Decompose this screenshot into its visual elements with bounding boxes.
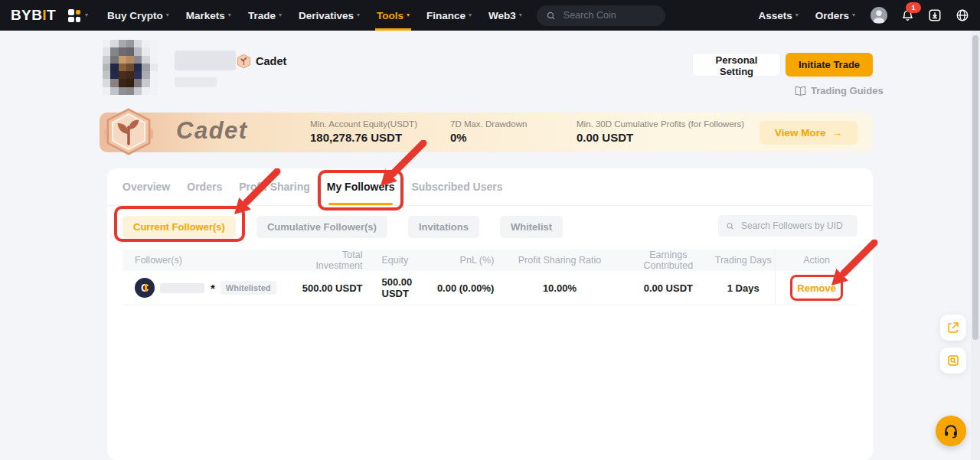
tab-overview[interactable]: Overview: [122, 168, 170, 205]
whitelisted-tag: Whitelisted: [220, 281, 276, 295]
column-header-follower-s: Follower(s): [122, 255, 295, 266]
tab-orders[interactable]: Orders: [187, 168, 222, 205]
top-navbar: BYBIT ▾ Buy Crypto▾Markets▾Trade▾Derivat…: [0, 0, 980, 31]
chevron-down-icon: ▾: [279, 12, 282, 18]
tab-profit-sharing[interactable]: Profit Sharing: [239, 168, 310, 205]
chevron-down-icon: ▾: [166, 12, 169, 18]
globe-icon: [956, 8, 969, 22]
cadet-badge: Cadet: [236, 54, 286, 69]
cadet-level-banner: Cadet Min. Account Equity(USDT)180,278.7…: [100, 113, 873, 152]
column-header-pnl: PnL (%): [430, 255, 494, 266]
notifications-button[interactable]: 1: [901, 8, 914, 22]
preview-floating-button[interactable]: [940, 347, 966, 374]
tabs-row: OverviewOrdersProfit SharingMy Followers…: [107, 168, 873, 206]
external-link-icon: [947, 321, 959, 334]
cadet-hexagon-icon: [236, 54, 252, 69]
subtab-invitations[interactable]: Invitations: [408, 216, 479, 238]
support-chat-button[interactable]: [936, 416, 966, 446]
nav-item-buy-crypto[interactable]: Buy Crypto▾: [99, 0, 178, 31]
favorite-star: *: [211, 282, 215, 295]
chevron-down-icon: ▾: [852, 12, 855, 18]
download-icon: [928, 8, 942, 22]
chevron-down-icon: ▾: [407, 12, 410, 18]
banner-stat-7d-max-drawdown: 7D Max. Drawdown0%: [450, 119, 527, 144]
arrow-right-icon: →: [832, 127, 843, 139]
doc-search-icon: [947, 354, 959, 367]
search-icon: [546, 11, 556, 21]
search-icon: [726, 221, 734, 231]
logo-text-2: T: [47, 7, 56, 23]
personal-setting-button[interactable]: Personal Setting: [692, 53, 781, 77]
column-header-equity: Equity: [363, 255, 431, 266]
user-icon: [871, 7, 887, 24]
follower-table-row: C * Whitelisted 500.00 USDT 500.00 USDT …: [122, 271, 858, 305]
cadet-level-title: Cadet: [176, 117, 248, 145]
cadet-badge-label: Cadet: [256, 55, 286, 67]
tab-subscribed-users[interactable]: Subscribed Users: [411, 168, 502, 205]
chevron-down-icon: ▾: [469, 12, 472, 18]
table-header: Follower(s)Total InvestmentEquityPnL (%)…: [122, 250, 858, 271]
nav-item-web3[interactable]: Web3▾: [480, 0, 531, 31]
share-floating-button[interactable]: [940, 315, 966, 341]
cell-trading-days: 1 Days: [711, 282, 775, 294]
remove-button[interactable]: Remove: [797, 282, 836, 294]
cell-pnl: 0.00 (0.00%): [430, 282, 494, 294]
nav-item-derivatives[interactable]: Derivatives▾: [290, 0, 368, 31]
chevron-down-icon: ▾: [357, 12, 360, 18]
cell-earnings-contributed: 0.00 USDT: [626, 282, 712, 294]
account-avatar[interactable]: [871, 7, 887, 24]
column-header-total-investment: Total Investment: [295, 250, 362, 271]
follower-search[interactable]: [718, 215, 858, 237]
logo-text: BYB: [11, 7, 42, 23]
column-header-action: Action: [775, 250, 858, 271]
apps-grid-button[interactable]: ▾: [68, 9, 88, 22]
trader-name-blurred: [175, 51, 236, 70]
follower-avatar: C: [135, 278, 155, 298]
column-header-earnings-contributed: Earnings Contributed: [626, 250, 712, 271]
subtab-whitelist[interactable]: Whitelist: [500, 216, 563, 238]
chevron-down-icon: ▾: [228, 12, 231, 18]
cadet-hexagon-badge-icon: [104, 108, 153, 155]
trading-guides-link[interactable]: Trading Guides: [795, 85, 884, 96]
subtab-current-follower-s[interactable]: Current Follower(s): [122, 216, 236, 238]
chevron-down-icon: ▾: [519, 12, 522, 18]
nav-item-trade[interactable]: Trade▾: [240, 0, 290, 31]
cell-equity: 500.00 USDT: [363, 276, 431, 299]
initiate-trade-button[interactable]: Initiate Trade: [786, 53, 873, 77]
chevron-down-icon: ▾: [795, 12, 799, 18]
book-icon: [795, 86, 806, 96]
bybit-logo[interactable]: BYBIT: [11, 7, 56, 24]
nav-item-finance[interactable]: Finance▾: [418, 0, 480, 31]
nav-item-orders[interactable]: Orders▾: [814, 10, 857, 21]
trader-avatar-blurred: [103, 40, 158, 95]
cell-profit-sharing-ratio: 10.00%: [494, 282, 625, 294]
page-scrollbar-thumb[interactable]: [972, 35, 978, 340]
column-header-trading-days: Trading Days: [711, 255, 775, 266]
subtab-cumulative-follower-s[interactable]: Cumulative Follower(s): [256, 216, 387, 238]
headset-icon: [943, 423, 959, 439]
banner-stat-min-30d-cumulative-profits-for: Min. 30D Cumulative Profits (for Followe…: [577, 119, 744, 144]
cell-total-investment: 500.00 USDT: [295, 282, 362, 294]
notification-badge: 1: [906, 2, 921, 13]
coin-search-input[interactable]: [562, 9, 652, 21]
nav-item-tools[interactable]: Tools▾: [368, 0, 418, 31]
view-more-button[interactable]: View More→: [760, 121, 858, 145]
navbar-right: Assets▾ Orders▾ 1: [756, 7, 969, 24]
download-app-button[interactable]: [928, 8, 942, 22]
trader-uid-blurred: [175, 77, 217, 87]
follower-name-blurred: [160, 283, 204, 293]
banner-stat-min-account-equity-usdt: Min. Account Equity(USDT)180,278.76 USDT: [310, 119, 417, 144]
chevron-down-icon: ▾: [85, 12, 88, 18]
coin-search[interactable]: [537, 5, 665, 26]
column-header-profit-sharing-ratio: Profit Sharing Ratio: [494, 255, 625, 266]
followers-card: OverviewOrdersProfit SharingMy Followers…: [107, 168, 873, 460]
tab-my-followers[interactable]: My Followers: [327, 168, 395, 205]
follower-search-input[interactable]: [740, 220, 850, 232]
nav-item-assets[interactable]: Assets▾: [756, 10, 799, 21]
main-nav: Buy Crypto▾Markets▾Trade▾Derivatives▾Too…: [99, 0, 531, 31]
bybit-copy-trading-page: BYBIT ▾ Buy Crypto▾Markets▾Trade▾Derivat…: [0, 0, 980, 460]
apps-grid-icon: [68, 9, 81, 22]
language-button[interactable]: [956, 8, 969, 22]
nav-item-markets[interactable]: Markets▾: [178, 0, 240, 31]
